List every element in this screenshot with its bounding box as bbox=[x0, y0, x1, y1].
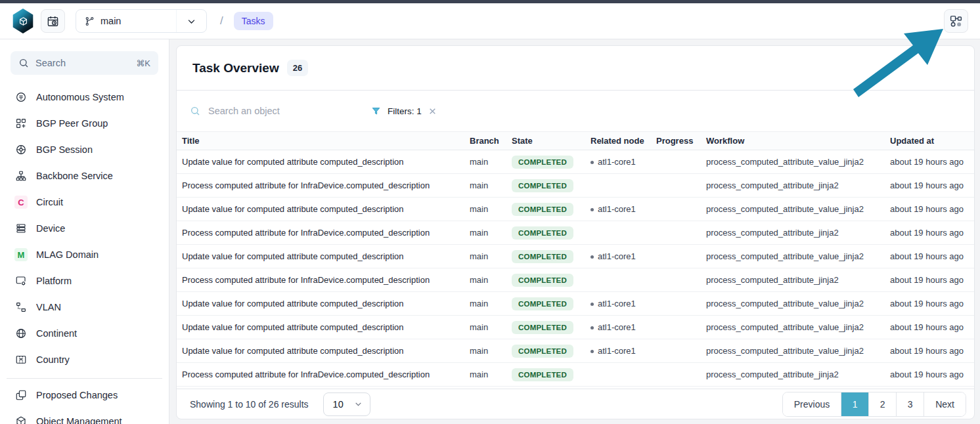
page-size-select[interactable]: 10 bbox=[323, 392, 370, 416]
page-button-2[interactable]: 2 bbox=[868, 392, 896, 416]
page-title: Task Overview bbox=[192, 61, 279, 75]
task-updated-at: about 19 hours ago bbox=[885, 292, 974, 316]
task-workflow: process_computed_attribute_jinja2 bbox=[701, 268, 885, 292]
branch-selector[interactable]: main bbox=[76, 9, 207, 33]
task-branch: main bbox=[464, 292, 506, 316]
schema-visualizer-button[interactable] bbox=[944, 9, 968, 33]
infrahub-logo[interactable] bbox=[12, 9, 34, 33]
proposed-changes-icon bbox=[14, 389, 28, 402]
filters-label: Filters: 1 bbox=[388, 106, 422, 116]
sidebar-item-country[interactable]: Country bbox=[11, 347, 158, 373]
tasks-table: TitleBranchStateRelated nodeProgressWork… bbox=[177, 131, 974, 387]
task-branch: main bbox=[464, 245, 506, 268]
table-row[interactable]: Update value for computed attribute comp… bbox=[177, 292, 974, 316]
table-row[interactable]: Update value for computed attribute comp… bbox=[177, 198, 974, 221]
table-row[interactable]: Update value for computed attribute comp… bbox=[177, 316, 974, 339]
column-header-title: Title bbox=[177, 132, 464, 150]
node-dot-icon bbox=[590, 208, 594, 211]
object-search[interactable] bbox=[190, 105, 341, 117]
filters-button[interactable]: Filters: 1 bbox=[371, 106, 437, 116]
next-page-button[interactable]: Next bbox=[924, 392, 966, 416]
node-dot-icon bbox=[590, 350, 594, 353]
sidebar-item-vlan[interactable]: VLAN bbox=[11, 294, 158, 320]
cube-icon bbox=[18, 16, 29, 27]
table-row[interactable]: Update value for computed attribute comp… bbox=[177, 150, 974, 174]
task-updated-at: about 19 hours ago bbox=[885, 150, 974, 174]
task-branch: main bbox=[464, 198, 506, 221]
state-badge: COMPLETED bbox=[512, 226, 573, 240]
node-dot-icon bbox=[590, 161, 594, 164]
column-header-branch: Branch bbox=[464, 132, 506, 150]
sidebar-item-bgp-peer-group[interactable]: BGP Peer Group bbox=[11, 110, 158, 137]
task-branch: main bbox=[464, 221, 506, 245]
table-footer: Showing 1 to 10 of 26 results 10 Previou… bbox=[177, 389, 974, 419]
chevron-down-icon bbox=[187, 16, 196, 26]
chevron-down-icon bbox=[354, 400, 363, 408]
node-dot-icon bbox=[590, 303, 594, 306]
bgp-session-icon bbox=[14, 143, 28, 156]
related-node: atl1-core1 bbox=[598, 299, 636, 308]
continent-icon bbox=[14, 327, 28, 340]
task-progress bbox=[651, 245, 701, 268]
object-search-input[interactable] bbox=[207, 105, 325, 117]
task-workflow: process_computed_attribute_jinja2 bbox=[701, 221, 885, 245]
sidebar-item-object-management[interactable]: Object Management bbox=[11, 408, 158, 424]
column-header-workflow: Workflow bbox=[701, 132, 885, 150]
sidebar-item-autonomous-system[interactable]: Autonomous System bbox=[11, 84, 158, 110]
country-icon bbox=[14, 353, 28, 366]
task-workflow: process_computed_attribute_jinja2 bbox=[701, 363, 885, 387]
task-title: Update value for computed attribute comp… bbox=[177, 292, 464, 316]
sidebar-item-device[interactable]: Device bbox=[11, 215, 158, 242]
clear-filters-button[interactable] bbox=[428, 107, 437, 116]
backbone-service-icon bbox=[14, 169, 28, 182]
task-title: Process computed attribute for InfraDevi… bbox=[177, 221, 464, 245]
sidebar-item-platform[interactable]: Platform bbox=[11, 268, 158, 294]
previous-page-button[interactable]: Previous bbox=[783, 392, 841, 416]
task-updated-at: about 19 hours ago bbox=[885, 221, 974, 245]
task-branch: main bbox=[464, 174, 506, 198]
branch-dropdown-toggle[interactable] bbox=[176, 10, 206, 32]
task-title: Update value for computed attribute comp… bbox=[177, 150, 464, 174]
related-node: atl1-core1 bbox=[598, 251, 636, 261]
table-row[interactable]: Update value for computed attribute comp… bbox=[177, 339, 974, 363]
task-updated-at: about 19 hours ago bbox=[885, 268, 974, 292]
task-branch: main bbox=[464, 316, 506, 339]
bgp-peer-group-icon bbox=[14, 117, 28, 130]
sidebar-search-placeholder: Search bbox=[35, 58, 66, 68]
node-dot-icon bbox=[590, 326, 594, 329]
task-updated-at: about 19 hours ago bbox=[885, 198, 974, 221]
task-updated-at: about 19 hours ago bbox=[885, 245, 974, 268]
table-row[interactable]: Process computed attribute for InfraDevi… bbox=[177, 221, 974, 245]
state-badge: COMPLETED bbox=[512, 203, 573, 216]
related-node: atl1-core1 bbox=[598, 204, 636, 214]
table-row[interactable]: Process computed attribute for InfraDevi… bbox=[177, 363, 974, 387]
sidebar-nav: Autonomous System BGP Peer Group BGP Ses… bbox=[11, 84, 158, 373]
task-workflow: process_computed_attribute_value_jinja2 bbox=[701, 316, 885, 339]
column-header-updated-at: Updated at bbox=[885, 132, 974, 150]
search-icon bbox=[190, 106, 200, 116]
page-button-1[interactable]: 1 bbox=[841, 392, 868, 416]
sidebar-item-proposed-changes[interactable]: Proposed Changes bbox=[11, 382, 158, 408]
related-node: atl1-core1 bbox=[598, 346, 636, 356]
sidebar-item-mlag-domain[interactable]: M MLAG Domain bbox=[11, 242, 158, 268]
sidebar-item-circuit[interactable]: C Circuit bbox=[11, 189, 158, 215]
page-button-3[interactable]: 3 bbox=[896, 392, 924, 416]
sidebar-item-bgp-session[interactable]: BGP Session bbox=[11, 137, 158, 163]
search-shortcut: ⌘K bbox=[136, 58, 150, 68]
task-progress bbox=[651, 339, 701, 363]
app-header: main / Tasks bbox=[0, 3, 980, 39]
state-badge: COMPLETED bbox=[512, 321, 573, 334]
table-row[interactable]: Update value for computed attribute comp… bbox=[177, 245, 974, 268]
table-row[interactable]: Process computed attribute for InfraDevi… bbox=[177, 174, 974, 198]
content-area: Task Overview 26 Filters: 1 bbox=[169, 39, 980, 424]
task-progress bbox=[651, 150, 701, 174]
breadcrumb-tasks[interactable]: Tasks bbox=[234, 12, 273, 30]
sidebar-item-backbone-service[interactable]: Backbone Service bbox=[11, 163, 158, 189]
sidebar-item-continent[interactable]: Continent bbox=[11, 320, 158, 347]
task-progress bbox=[651, 363, 701, 387]
time-travel-button[interactable] bbox=[41, 9, 65, 33]
git-branch-icon bbox=[85, 16, 95, 26]
table-row[interactable]: Process computed attribute for InfraDevi… bbox=[177, 268, 974, 292]
device-icon bbox=[14, 222, 28, 235]
sidebar-search[interactable]: Search ⌘K bbox=[11, 51, 158, 75]
